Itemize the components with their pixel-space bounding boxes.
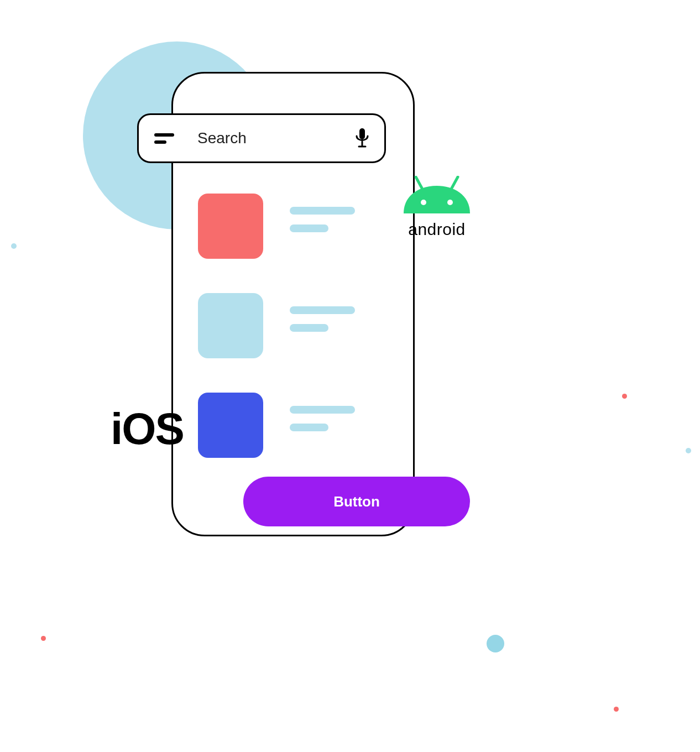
list-item[interactable]: [198, 393, 355, 458]
svg-point-5: [421, 200, 426, 205]
microphone-icon[interactable]: [356, 128, 369, 148]
menu-icon[interactable]: [154, 133, 174, 144]
list-tile: [198, 293, 263, 358]
decorative-dot: [41, 636, 46, 641]
android-badge: android: [398, 176, 476, 239]
decorative-dot: [686, 448, 691, 453]
search-placeholder[interactable]: Search: [197, 129, 356, 147]
list-item[interactable]: [198, 194, 355, 259]
decorative-dot: [487, 635, 504, 652]
decorative-dot: [11, 243, 17, 249]
svg-line-4: [451, 177, 458, 189]
list-tile: [198, 393, 263, 458]
list-tile: [198, 194, 263, 259]
decorative-dot: [614, 707, 619, 712]
search-bar[interactable]: Search: [137, 113, 386, 163]
svg-line-3: [416, 177, 422, 189]
decorative-dot: [622, 394, 627, 399]
list-text-placeholder: [290, 393, 355, 441]
content-list: [198, 194, 355, 492]
list-item[interactable]: [198, 293, 355, 358]
primary-button[interactable]: Button: [243, 477, 470, 526]
list-text-placeholder: [290, 293, 355, 342]
android-icon: [398, 176, 476, 215]
ios-label: iOS: [111, 404, 184, 455]
svg-point-6: [447, 200, 453, 205]
svg-rect-0: [359, 128, 365, 139]
list-text-placeholder: [290, 194, 355, 242]
android-label: android: [398, 220, 476, 239]
primary-button-label: Button: [333, 493, 380, 510]
